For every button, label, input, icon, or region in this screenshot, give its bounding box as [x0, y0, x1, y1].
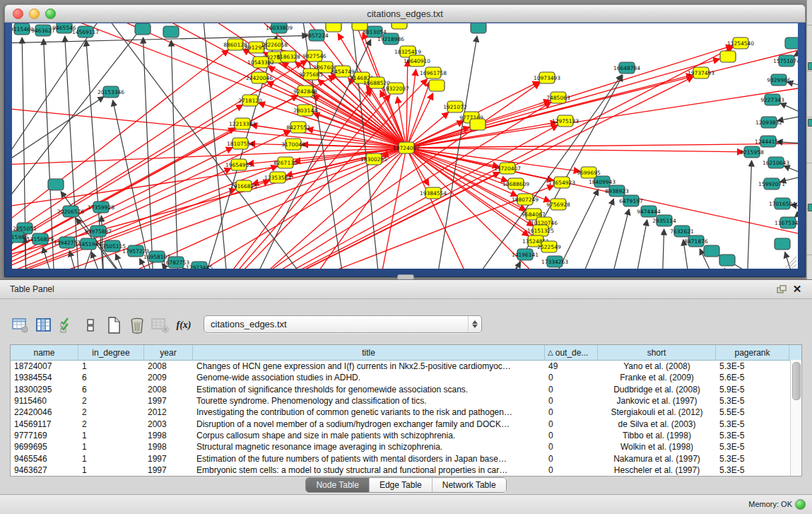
edge: [12, 97, 104, 165]
delete-table-icon[interactable]: [150, 315, 171, 335]
table-row[interactable]: 977716911998Corpus callosum shape and si…: [11, 430, 801, 441]
network-node[interactable]: 16648784: [613, 62, 640, 74]
network-node[interactable]: [392, 23, 407, 29]
network-node[interactable]: [704, 245, 719, 257]
cell-short: Wolkin et al. (1998): [598, 442, 716, 452]
table-row[interactable]: 1872400712008Changes of HCN gene express…: [11, 361, 801, 372]
table-row[interactable]: 1456911722003Disruption of a novel membe…: [11, 418, 801, 429]
network-node[interactable]: 20206576: [57, 206, 84, 217]
network-node[interactable]: 7485063: [546, 92, 570, 103]
network-node[interactable]: [785, 37, 798, 49]
column-header-pagerank[interactable]: pagerank: [716, 345, 789, 360]
column-header-in_degree[interactable]: in_degree: [78, 345, 144, 360]
network-node[interactable]: [48, 179, 64, 190]
table-row[interactable]: 946554611997Estimation of the future num…: [11, 452, 801, 464]
vertical-scrollbar[interactable]: [790, 360, 801, 477]
tab-edge-table[interactable]: Edge Table: [369, 478, 432, 492]
network-node[interactable]: [352, 23, 367, 30]
network-node[interactable]: 18107554: [227, 138, 254, 149]
svg-text:16151325: 16151325: [527, 228, 554, 234]
select-column-icon[interactable]: [33, 315, 54, 335]
column-header-title[interactable]: title: [193, 345, 545, 360]
cell-short: Yano et al. (2008): [598, 361, 716, 371]
network-node[interactable]: 14196141: [512, 249, 539, 260]
network-node[interactable]: 10688609: [502, 178, 529, 189]
svg-text:20206576: 20206576: [57, 209, 84, 215]
tab-node-table[interactable]: Node Table: [306, 478, 369, 492]
network-node[interactable]: [720, 51, 736, 62]
network-node[interactable]: 20153346: [98, 86, 124, 98]
cell-name: 19384554: [11, 373, 78, 382]
network-node[interactable]: 15751074: [773, 55, 798, 66]
table-row[interactable]: 1830029562008Estimation of significance …: [11, 384, 801, 395]
network-node[interactable]: 2935114: [652, 215, 676, 226]
trash-icon[interactable]: [126, 315, 148, 335]
svg-text:12213383: 12213383: [229, 121, 256, 127]
network-node[interactable]: 11254540: [727, 37, 754, 49]
cell-year: 2008: [144, 385, 193, 395]
network-node[interactable]: 8860128: [223, 39, 247, 50]
network-node[interactable]: 10973493: [534, 72, 560, 83]
table-row[interactable]: 969969511998Structural magnetic resonanc…: [11, 441, 801, 452]
network-node[interactable]: 11675345: [775, 217, 798, 228]
network-node[interactable]: [429, 80, 445, 91]
cell-title: Genome-wide association studies in ADHD.: [193, 373, 545, 382]
network-node[interactable]: 9329966: [767, 74, 791, 86]
minimize-window-button[interactable]: [29, 8, 40, 19]
table-row[interactable]: 1938455462009Genome-wide association stu…: [11, 372, 801, 383]
network-node[interactable]: [135, 23, 151, 35]
table-row[interactable]: 946362711997Embryonic stem cells: a mode…: [11, 465, 801, 476]
network-node[interactable]: 3170048: [281, 139, 305, 150]
table-settings-icon[interactable]: [10, 315, 31, 335]
network-node[interactable]: 12093832: [755, 117, 782, 128]
network-node[interactable]: 8215958: [740, 146, 764, 158]
network-node[interactable]: 15992071: [758, 178, 785, 189]
cytoscape-screen: citations_edges.txt 91154609463627946554…: [0, 0, 812, 514]
network-node[interactable]: 9474444: [637, 206, 661, 217]
svg-text:17334263: 17334263: [541, 259, 568, 265]
network-node[interactable]: [163, 26, 179, 37]
cell-short: Franke et al. (2009): [598, 373, 716, 382]
column-header-short[interactable]: short: [598, 345, 716, 360]
new-file-icon[interactable]: [103, 315, 124, 335]
table-panel: Table Panel ✕: [0, 279, 812, 514]
column-header-year[interactable]: year: [144, 345, 193, 360]
table-row[interactable]: 911546021997Tourette syndrome. Phenomeno…: [11, 395, 801, 407]
column-header-out_de[interactable]: △out_de...: [545, 345, 598, 360]
network-node[interactable]: 16961758: [420, 67, 447, 78]
network-window-titlebar[interactable]: citations_edges.txt: [4, 4, 806, 23]
network-node[interactable]: [326, 23, 341, 32]
zoom-window-button[interactable]: [45, 8, 56, 19]
network-node[interactable]: 7857224: [305, 30, 329, 41]
column-header-name[interactable]: name: [11, 345, 78, 360]
network-node[interactable]: 16033809: [266, 23, 293, 33]
network-node[interactable]: 93975887: [85, 226, 112, 237]
network-node[interactable]: [775, 238, 790, 250]
network-node[interactable]: [470, 119, 486, 130]
network-node[interactable]: 9756928: [546, 199, 570, 210]
edge: [794, 48, 798, 57]
network-canvas[interactable]: 9115460946362794655461456911716033809785…: [12, 23, 798, 269]
svg-text:16648784: 16648784: [613, 65, 640, 71]
close-window-button[interactable]: [13, 8, 23, 19]
network-node[interactable]: 17016504: [769, 198, 796, 209]
row-select-icon[interactable]: [57, 315, 78, 335]
network-node[interactable]: 12923445: [186, 262, 213, 269]
rows-icon[interactable]: [80, 315, 101, 335]
function-builder-icon[interactable]: f(x): [173, 315, 194, 335]
cell-in_degree: 6: [78, 373, 144, 382]
network-node[interactable]: 17359928: [88, 201, 114, 213]
tab-network-table[interactable]: Network Table: [432, 478, 506, 492]
float-panel-icon[interactable]: [774, 283, 789, 296]
network-node[interactable]: [471, 23, 486, 33]
network-node[interactable]: 9115460: [12, 23, 34, 35]
network-node[interactable]: 11156829: [27, 233, 54, 245]
network-node[interactable]: 1921072: [443, 101, 467, 112]
network-node[interactable]: [719, 255, 735, 266]
close-panel-icon[interactable]: ✕: [789, 283, 805, 296]
scrollbar-thumb[interactable]: [792, 362, 801, 400]
network-table-select[interactable]: citations_edges.txt: [204, 315, 482, 333]
table-row[interactable]: 2242004622012Investigating the contribut…: [11, 407, 801, 418]
network-node[interactable]: 12444154: [755, 136, 782, 147]
network-node[interactable]: 9463627: [31, 25, 55, 36]
